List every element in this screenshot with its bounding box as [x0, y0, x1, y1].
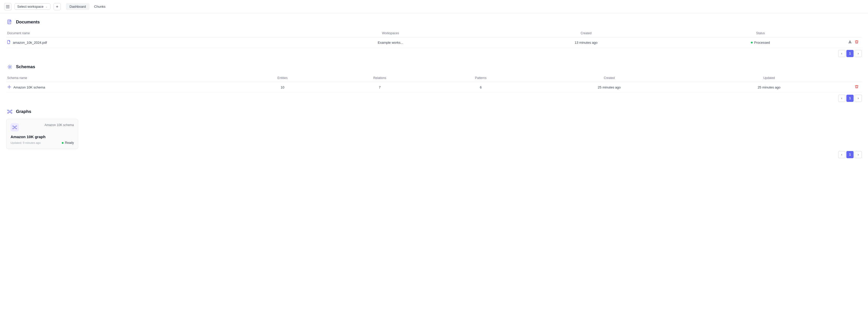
svg-point-11	[11, 112, 12, 113]
graph-card[interactable]: Amazon 10K schema Amazon 10K graph Updat…	[6, 119, 78, 149]
main-content: Documents Document name Workspaces Creat…	[0, 13, 868, 170]
tab-chunks[interactable]: Chunks	[91, 3, 109, 10]
svg-point-14	[16, 126, 17, 127]
tab-dashboard[interactable]: Dashboard	[66, 3, 90, 10]
doc-actions	[841, 37, 862, 48]
add-button[interactable]: +	[54, 3, 61, 10]
svg-point-6	[9, 86, 10, 88]
status-label: Processed	[754, 41, 770, 44]
schema-name-cell: Amazon 10K schema	[6, 82, 238, 93]
download-icon[interactable]	[848, 40, 852, 45]
schemas-table: Schema name Entities Relations Patterns …	[6, 74, 862, 93]
col-workspaces: Workspaces	[288, 29, 492, 37]
graphs-prev-btn[interactable]: ‹	[838, 151, 845, 158]
doc-name-cell: amazon_10k_2024.pdf	[6, 37, 288, 48]
graphs-grid: Amazon 10K schema Amazon 10K graph Updat…	[6, 119, 862, 149]
documents-title: Documents	[16, 20, 40, 25]
svg-rect-1	[6, 6, 9, 7]
graph-schema-label: Amazon 10K schema	[44, 123, 74, 127]
schema-updated: 25 minutes ago	[689, 82, 849, 93]
schema-patterns: 6	[432, 82, 529, 93]
schema-actions	[849, 82, 862, 93]
doc-name: amazon_10k_2024.pdf	[13, 41, 47, 44]
doc-status: Processed	[680, 37, 841, 48]
top-bar: Select workspace ⌄ + Dashboard Chunks	[0, 0, 868, 13]
svg-point-5	[9, 66, 10, 68]
schema-relations: 7	[328, 82, 432, 93]
col-status: Status	[680, 29, 841, 37]
col-schema-name: Schema name	[6, 74, 238, 82]
graphs-next-btn[interactable]: ›	[855, 151, 862, 158]
schema-delete-icon[interactable]	[855, 85, 859, 90]
graphs-page-1-btn[interactable]: 1	[846, 151, 854, 158]
table-row: Amazon 10K schema 10 7 6 25 minutes ago …	[6, 82, 862, 93]
svg-point-10	[7, 112, 8, 113]
prev-page-btn[interactable]: ‹	[838, 50, 845, 57]
graph-status-dot	[62, 142, 64, 144]
documents-section-header: Documents	[6, 19, 862, 26]
schemas-icon	[6, 63, 13, 70]
table-row: amazon_10k_2024.pdf Example works... 13 …	[6, 37, 862, 48]
graph-card-icon	[10, 123, 19, 131]
col-schema-created: Created	[529, 74, 689, 82]
svg-rect-2	[6, 8, 9, 8]
svg-rect-0	[6, 5, 9, 6]
delete-icon[interactable]	[855, 40, 859, 45]
nav-tabs: Dashboard Chunks	[66, 3, 109, 10]
svg-point-13	[12, 126, 13, 127]
svg-rect-4	[7, 40, 10, 44]
graphs-section-header: Graphs	[6, 108, 862, 115]
workspace-selector-label: Select workspace	[17, 5, 43, 8]
schemas-prev-btn[interactable]: ‹	[838, 95, 845, 102]
svg-point-9	[11, 110, 12, 111]
status-dot	[751, 42, 753, 43]
graph-card-header: Amazon 10K schema	[10, 123, 74, 131]
graph-card-title: Amazon 10K graph	[10, 135, 74, 139]
document-file-icon	[7, 40, 11, 45]
col-schema-updated: Updated	[689, 74, 849, 82]
documents-icon	[6, 19, 13, 26]
schemas-page-1-btn[interactable]: 1	[846, 95, 854, 102]
svg-point-15	[12, 128, 13, 129]
graph-card-footer: Updated: 9 minutes ago Ready	[10, 141, 74, 144]
schemas-section-header: Schemas	[6, 63, 862, 70]
page-1-btn[interactable]: 1	[846, 50, 854, 57]
col-schema-actions	[849, 74, 862, 82]
schema-created: 25 minutes ago	[529, 82, 689, 93]
graphs-icon	[6, 108, 13, 115]
svg-point-16	[16, 128, 17, 129]
doc-workspace: Example works...	[288, 37, 492, 48]
chevron-down-icon: ⌄	[45, 5, 48, 8]
documents-table: Document name Workspaces Created Status	[6, 29, 862, 48]
schema-name: Amazon 10K schema	[13, 86, 45, 89]
next-page-btn[interactable]: ›	[855, 50, 862, 57]
graph-status: Ready	[62, 141, 74, 144]
schema-entities: 10	[238, 82, 327, 93]
schema-row-icon	[7, 85, 11, 90]
col-patterns: Patterns	[432, 74, 529, 82]
schemas-title: Schemas	[16, 64, 35, 69]
graph-updated: Updated: 9 minutes ago	[10, 141, 41, 144]
workspace-selector[interactable]: Select workspace ⌄	[14, 3, 51, 10]
sidebar-toggle[interactable]	[4, 3, 11, 10]
graph-status-label: Ready	[65, 141, 74, 144]
schemas-next-btn[interactable]: ›	[855, 95, 862, 102]
graphs-title: Graphs	[16, 109, 31, 114]
col-entities: Entities	[238, 74, 327, 82]
schemas-pagination: ‹ 1 ›	[6, 95, 862, 102]
col-relations: Relations	[328, 74, 432, 82]
col-created: Created	[492, 29, 680, 37]
doc-created: 13 minutes ago	[492, 37, 680, 48]
col-actions	[841, 29, 862, 37]
svg-point-8	[7, 110, 8, 111]
documents-pagination: ‹ 1 ›	[6, 50, 862, 57]
graphs-pagination: ‹ 1 ›	[6, 151, 862, 158]
col-doc-name: Document name	[6, 29, 288, 37]
